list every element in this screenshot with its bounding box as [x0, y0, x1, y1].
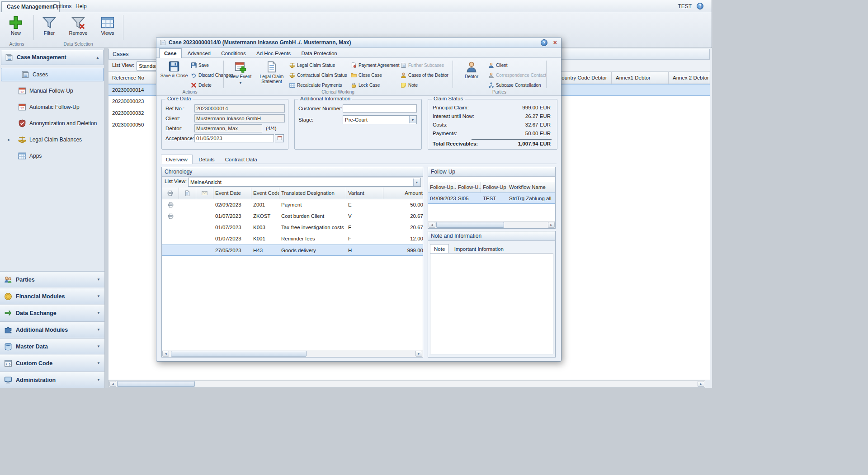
tab-advanced[interactable]: Advanced — [183, 49, 215, 58]
recalculate-payments-button[interactable]: Recalculate Payments — [289, 81, 342, 89]
sidebar-section-administration[interactable]: Administration ▼ — [0, 372, 104, 388]
further-subcases-button[interactable]: Further Subcases — [401, 61, 444, 69]
chronology-row[interactable]: 01/07/2023 K003 Tax-free investigation c… — [162, 222, 423, 233]
sidebar-section-master-data[interactable]: Master Data ▼ — [0, 338, 104, 354]
close-case-button[interactable]: Close Case — [351, 71, 382, 79]
filter-button[interactable]: Filter — [36, 14, 62, 36]
save-and-close-button[interactable]: Save & Close — [160, 59, 188, 78]
scrollbar-thumb[interactable] — [117, 381, 195, 387]
combo-arrow-icon[interactable]: ▼ — [409, 116, 416, 123]
column-annex1-debtor[interactable]: Annex1 Debtor — [616, 72, 651, 84]
column-follow-up-1[interactable]: Follow-Up... — [428, 182, 456, 193]
sidebar-item-cases[interactable]: Cases — [1, 68, 104, 81]
expander-icon[interactable]: ► — [7, 138, 11, 142]
column-translated-designation[interactable]: Translated Designation — [279, 188, 346, 199]
sidebar-section-parties[interactable]: Parties ▼ — [0, 271, 104, 287]
tab-important-information[interactable]: Important Information — [451, 245, 507, 254]
lock-case-button[interactable]: Lock Case — [351, 81, 380, 89]
tab-data-protection[interactable]: Data Protection — [297, 49, 341, 58]
scroll-left-button[interactable]: ◄ — [162, 351, 169, 357]
column-country-code-debtor[interactable]: Country Code Debtor — [558, 72, 607, 84]
column-annex2-debtor[interactable]: Annex 2 Debtor — [673, 72, 709, 84]
calendar-picker-button[interactable] — [275, 134, 284, 142]
chronology-row[interactable]: 02/09/2023 Z001 Payment E 50.00 — [162, 199, 423, 211]
column-mail[interactable] — [196, 188, 213, 199]
column-print[interactable] — [162, 188, 179, 199]
sidebar-item-anonymization-and-deletion[interactable]: Anonymization and Deletion — [1, 117, 104, 130]
sidebar-item-legal-claim-balances[interactable]: ► Legal Claim Balances — [1, 133, 104, 146]
payment-agreement-button[interactable]: Payment Agreement — [351, 61, 400, 69]
save-button[interactable]: Save — [191, 61, 209, 69]
contractual-claim-status-button[interactable]: Contractual Claim Status — [289, 71, 347, 79]
chronology-row[interactable]: 01/07/2023 K001 Reminder fees F 12.00 — [162, 233, 423, 245]
chronology-row-selected[interactable]: 27/05/2023 H43 Goods delivery H 999.00 — [162, 245, 423, 256]
note-content[interactable] — [430, 253, 553, 354]
column-amount[interactable]: Amount — [383, 188, 423, 199]
legal-claim-statement-button[interactable]: Legal Claim Statement — [257, 59, 287, 84]
client-field[interactable]: Mustermann Inkasso GmbH — [194, 114, 285, 122]
column-document[interactable] — [179, 188, 196, 199]
chronology-list-view-combo[interactable]: MeineAnsicht ▼ — [188, 178, 421, 187]
debtor-field[interactable]: Mustermann, Max — [194, 124, 262, 132]
customer-number-field[interactable] — [343, 104, 417, 113]
scrollbar-thumb[interactable] — [171, 351, 307, 357]
dialog-help-icon[interactable]: ? — [541, 39, 547, 46]
tab-contract-data[interactable]: Contract Data — [221, 155, 262, 165]
stage-combo[interactable]: Pre-Court ▼ — [343, 115, 417, 124]
sidebar-item-apps[interactable]: Apps — [1, 149, 104, 163]
tab-overview[interactable]: Overview — [161, 155, 193, 164]
column-follow-up-3[interactable]: Follow-Up ... — [481, 182, 507, 193]
column-workflow-name[interactable]: Workflow Name — [507, 182, 555, 193]
new-button[interactable]: New — [3, 14, 29, 36]
delete-button[interactable]: Delete — [191, 81, 212, 89]
scroll-left-button[interactable]: ◄ — [109, 381, 116, 387]
note-button[interactable]: Note — [401, 81, 418, 89]
person-icon — [488, 62, 494, 68]
chronology-row[interactable]: 01/07/2023 ZKOST Cost burden Client V 20… — [162, 211, 423, 222]
ref-no-field[interactable]: 20230000014 — [194, 104, 285, 113]
correspondence-contact-button[interactable]: Correspondence Contact — [488, 71, 546, 79]
sidebar-splitter[interactable] — [105, 48, 108, 388]
column-event-code[interactable]: Event Code — [251, 188, 279, 199]
sidebar-section-additional-modules[interactable]: Additional Modules ▼ — [0, 321, 104, 338]
tab-note[interactable]: Note — [430, 244, 449, 254]
scroll-right-button[interactable]: ► — [698, 381, 704, 387]
sidebar-item-automatic-follow-up[interactable]: Automatic Follow-Up — [1, 100, 104, 114]
legal-claim-status-button[interactable]: Legal Claim Status — [289, 61, 335, 69]
sidebar-section-custom-code[interactable]: Custom Code ▼ — [0, 355, 104, 371]
views-button[interactable]: Views — [95, 14, 120, 36]
combo-arrow-icon[interactable]: ▼ — [413, 179, 420, 186]
chronology-horizontal-scrollbar[interactable]: ◄ ► — [161, 350, 423, 357]
remove-button[interactable]: Remove — [64, 14, 92, 36]
tab-case[interactable]: Case — [159, 48, 182, 58]
new-event-button[interactable]: New Event ▼ — [227, 59, 254, 85]
follow-up-row[interactable]: 04/09/2023 SI05 TEST StdTrg Zahlung all — [428, 193, 555, 204]
help-icon[interactable]: ? — [697, 3, 703, 9]
scroll-left-button[interactable]: ◄ — [429, 222, 435, 228]
tab-ad-hoc-events[interactable]: Ad Hoc Events — [252, 49, 295, 58]
column-variant[interactable]: Variant — [346, 188, 383, 199]
menu-tab-help[interactable]: Help — [71, 1, 92, 12]
dialog-titlebar[interactable]: Case 20230000014/0 (Mustermann Inkasso G… — [156, 38, 561, 48]
subcase-constellation-button[interactable]: Subcase Constellation — [488, 81, 541, 89]
tab-details[interactable]: Details — [194, 155, 219, 165]
scrollbar-thumb[interactable] — [436, 222, 504, 228]
dropdown-arrow-icon[interactable]: ▼ — [239, 80, 242, 85]
column-reference-no[interactable]: Reference No — [112, 72, 144, 84]
sidebar-item-manual-follow-up[interactable]: Manual Follow-Up — [1, 84, 104, 98]
client-button[interactable]: Client — [488, 61, 508, 69]
follow-up-horizontal-scrollbar[interactable]: ◄ ► — [428, 221, 556, 229]
dialog-close-icon[interactable]: × — [553, 39, 557, 46]
cases-horizontal-scrollbar[interactable]: ◄ ► — [108, 380, 705, 388]
sidebar-section-financial-modules[interactable]: Financial Modules ▼ — [0, 288, 104, 304]
tab-conditions[interactable]: Conditions — [217, 49, 250, 58]
sidebar-section-data-exchange[interactable]: Data Exchange ▼ — [0, 305, 104, 321]
acceptance-field[interactable]: 01/05/2023 — [194, 134, 274, 142]
cases-of-the-debtor-button[interactable]: Cases of the Debtor — [401, 71, 448, 79]
scroll-right-button[interactable]: ► — [548, 222, 555, 228]
scroll-right-button[interactable]: ► — [415, 351, 422, 357]
column-event-date[interactable]: Event Date — [213, 188, 251, 199]
column-follow-up-2[interactable]: Follow-U... — [456, 182, 481, 193]
sidebar-header-case-management[interactable]: Case Management ▲ — [1, 50, 104, 65]
debtor-button[interactable]: Debtor — [458, 59, 485, 79]
